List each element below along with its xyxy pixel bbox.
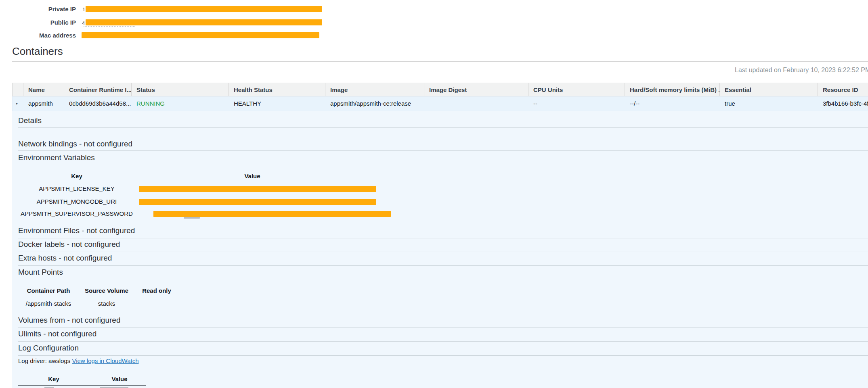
cell-memory-limits: --/-- xyxy=(625,96,720,111)
private-ip-label: Private IP xyxy=(11,6,76,13)
column-header-cpu-units: CPU Units xyxy=(528,83,625,96)
env-value-redacted-bar xyxy=(139,199,376,205)
mount-table-header-underline xyxy=(18,297,179,297)
section-divider xyxy=(18,238,868,238)
mount-container-path-cell: /appsmith-stacks xyxy=(18,300,79,308)
ulimits-section: Ulimits - not configured xyxy=(18,329,96,338)
cell-essential: true xyxy=(720,96,818,111)
row-expand-icon[interactable]: ▾ xyxy=(13,96,23,111)
mac-address-label: Mac address xyxy=(11,32,76,39)
log-table-header-underline xyxy=(18,385,146,386)
extra-hosts-section: Extra hosts - not configured xyxy=(18,253,112,263)
container-table-row[interactable]: ▾ appsmith 0cbdd69d3b6a44d58... RUNNING … xyxy=(12,96,868,111)
containers-table-header: Name Container Runtime I... Status Healt… xyxy=(12,83,868,96)
env-table-header-underline xyxy=(18,183,369,183)
container-details-panel: Details Network bindings - not configure… xyxy=(12,111,868,388)
view-logs-cloudwatch-link[interactable]: View logs in CloudWatch xyxy=(72,357,138,364)
section-divider xyxy=(18,166,868,166)
section-divider xyxy=(18,355,868,356)
env-key: APPSMITH_MONGODB_URI xyxy=(18,198,135,206)
mount-source-volume-header: Source Volume xyxy=(79,287,134,295)
network-bindings-section: Network bindings - not configured xyxy=(18,139,132,148)
section-divider xyxy=(18,328,868,328)
column-header-essential: Essential xyxy=(720,83,818,96)
env-key: APPSMITH_SUPERVISOR_PASSWORD xyxy=(18,210,135,218)
env-key-header: Key xyxy=(18,172,135,180)
section-divider xyxy=(18,127,868,128)
column-header-container-runtime-id: Container Runtime I... xyxy=(64,83,132,96)
env-value-redacted-bar xyxy=(153,211,391,217)
task-details-page: Private IP 1 Public IP 4 Mac address Con… xyxy=(0,0,868,388)
log-configuration-section: Log Configuration xyxy=(18,343,79,353)
section-divider xyxy=(18,150,868,151)
public-ip-fragment: 4 xyxy=(82,20,85,26)
log-driver-label: Log driver: awslogs xyxy=(18,357,70,364)
column-header-memory-limits: Hard/Soft memory limits (MiB) ... xyxy=(625,83,720,96)
public-ip-redacted-bar xyxy=(86,19,322,25)
env-value-header: Value xyxy=(194,172,311,180)
public-ip-link-underline-artifact xyxy=(84,26,135,27)
column-header-status: Status xyxy=(132,83,229,96)
containers-divider xyxy=(12,61,868,62)
left-pane-divider xyxy=(7,0,7,388)
containers-section-title: Containers xyxy=(12,45,63,57)
log-driver-line: Log driver: awslogs View logs in CloudWa… xyxy=(18,357,139,365)
environment-variables-section: Environment Variables xyxy=(18,153,95,162)
env-key: APPSMITH_LICENSE_KEY xyxy=(18,185,135,193)
public-ip-label: Public IP xyxy=(11,19,76,26)
mount-container-path-header: Container Path xyxy=(18,287,79,295)
section-divider xyxy=(18,265,868,266)
last-updated-text: Last updated on February 10, 2023 6:22:5… xyxy=(735,67,868,74)
log-key-header: Key xyxy=(18,375,89,383)
containers-table: Name Container Runtime I... Status Healt… xyxy=(12,83,868,111)
details-title: Details xyxy=(18,116,42,125)
private-ip-fragment: 1 xyxy=(82,6,85,13)
expander-column-header xyxy=(13,83,23,96)
private-ip-redacted-bar xyxy=(86,6,322,12)
environment-files-section: Environment Files - not configured xyxy=(18,226,135,235)
redacted-text-descender-artifact xyxy=(184,217,200,219)
volumes-from-section: Volumes from - not configured xyxy=(18,315,120,325)
cell-image: appsmith/appsmith-ce:release xyxy=(325,96,424,111)
mount-source-volume-cell: stacks xyxy=(79,300,134,308)
column-header-image: Image xyxy=(325,83,424,96)
docker-labels-section: Docker labels - not configured xyxy=(18,240,120,249)
cell-health-status: HEALTHY xyxy=(229,96,325,111)
cell-image-digest xyxy=(424,96,528,111)
section-divider xyxy=(18,252,868,252)
cell-container-runtime-id: 0cbdd69d3b6a44d58... xyxy=(64,96,132,111)
env-value-redacted-bar xyxy=(139,186,376,192)
cell-name: appsmith xyxy=(23,96,64,111)
column-header-image-digest: Image Digest xyxy=(424,83,528,96)
cell-cpu-units: -- xyxy=(528,96,625,111)
mac-address-redacted-bar xyxy=(82,32,319,38)
mount-points-section: Mount Points xyxy=(18,267,63,277)
cell-resource-id: 3fb4b166-b3fc-4f9 xyxy=(818,96,868,111)
mount-read-only-header: Read only xyxy=(134,287,179,295)
column-header-resource-id: Resource ID xyxy=(818,83,868,96)
column-header-name: Name xyxy=(23,83,64,96)
section-divider xyxy=(18,341,868,342)
column-header-health-status: Health Status xyxy=(229,83,325,96)
log-value-header: Value xyxy=(89,375,150,383)
cell-status: RUNNING xyxy=(132,96,229,111)
